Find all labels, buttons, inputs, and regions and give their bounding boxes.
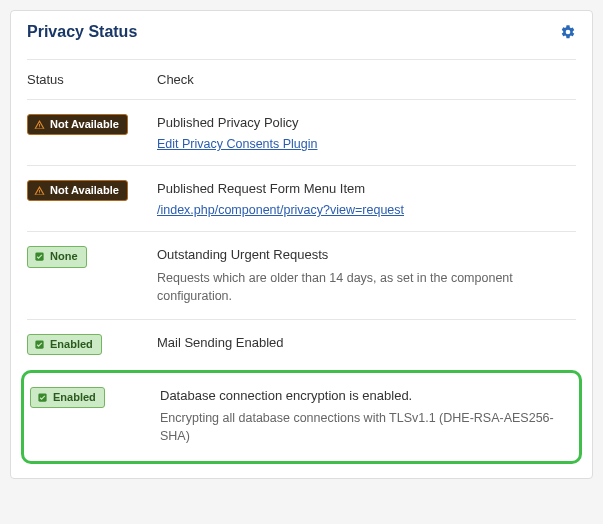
edit-privacy-consents-link[interactable]: Edit Privacy Consents Plugin xyxy=(157,137,318,151)
panel-header: Privacy Status xyxy=(27,23,576,59)
request-form-link[interactable]: /index.php/component/privacy?view=reques… xyxy=(157,203,404,217)
badge-label: Not Available xyxy=(50,184,119,197)
table-row: Enabled Mail Sending Enabled xyxy=(27,319,576,370)
check-title: Outstanding Urgent Requests xyxy=(157,246,576,264)
privacy-status-panel: Privacy Status Status Check Not Availabl… xyxy=(10,10,593,479)
check-icon xyxy=(34,339,45,350)
warning-icon xyxy=(34,119,45,130)
status-badge-none: None xyxy=(27,246,87,267)
check-description: Encrypting all database connections with… xyxy=(160,409,573,445)
table-row: Not Available Published Privacy Policy E… xyxy=(27,99,576,165)
check-icon xyxy=(34,251,45,262)
table-row: None Outstanding Urgent Requests Request… xyxy=(27,231,576,318)
table-header-row: Status Check xyxy=(27,59,576,99)
col-header-status: Status xyxy=(27,72,157,87)
check-title: Mail Sending Enabled xyxy=(157,334,576,352)
status-badge-not-available: Not Available xyxy=(27,114,128,135)
panel-title: Privacy Status xyxy=(27,23,137,41)
status-badge-not-available: Not Available xyxy=(27,180,128,201)
status-table: Status Check Not Available Published Pri… xyxy=(27,59,576,464)
badge-label: Enabled xyxy=(50,338,93,351)
col-header-check: Check xyxy=(157,72,576,87)
highlighted-row: Enabled Database connection encryption i… xyxy=(21,370,582,464)
table-row: Not Available Published Request Form Men… xyxy=(27,165,576,231)
status-badge-enabled: Enabled xyxy=(30,387,105,408)
status-badge-enabled: Enabled xyxy=(27,334,102,355)
check-description: Requests which are older than 14 days, a… xyxy=(157,269,576,305)
badge-label: Enabled xyxy=(53,391,96,404)
check-title: Published Privacy Policy xyxy=(157,114,576,132)
badge-label: None xyxy=(50,250,78,263)
warning-icon xyxy=(34,185,45,196)
gear-icon[interactable] xyxy=(560,24,576,40)
badge-label: Not Available xyxy=(50,118,119,131)
check-title: Published Request Form Menu Item xyxy=(157,180,576,198)
check-title: Database connection encryption is enable… xyxy=(160,387,573,405)
check-icon xyxy=(37,392,48,403)
